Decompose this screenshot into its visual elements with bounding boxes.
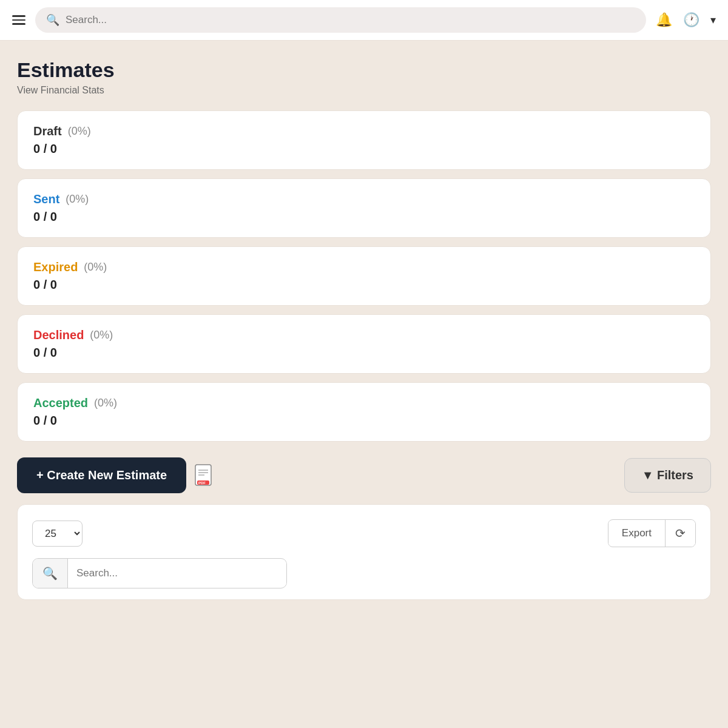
- status-card-sent[interactable]: Sent (0%) 0 / 0: [17, 178, 711, 238]
- table-controls-row: 25 50 100 Export ⟳: [32, 519, 696, 547]
- pdf-icon: PDF: [195, 464, 215, 487]
- global-search-input[interactable]: [66, 14, 635, 26]
- status-card-draft[interactable]: Draft (0%) 0 / 0: [17, 110, 711, 170]
- export-button[interactable]: Export: [608, 521, 665, 546]
- create-new-estimate-button[interactable]: + Create New Estimate: [17, 457, 186, 493]
- status-card-expired[interactable]: Expired (0%) 0 / 0: [17, 246, 711, 306]
- search-icon: 🔍: [46, 13, 59, 27]
- chevron-down-icon[interactable]: ▾: [710, 13, 716, 27]
- status-pct-accepted: (0%): [94, 397, 117, 410]
- filters-button[interactable]: ▼ Filters: [624, 458, 711, 493]
- global-search-bar: 🔍: [35, 7, 646, 33]
- status-label-accepted: Accepted: [33, 396, 88, 410]
- per-page-select-wrapper: 25 50 100: [32, 521, 83, 547]
- bell-icon[interactable]: 🔔: [656, 12, 672, 28]
- page-title: Estimates: [17, 59, 711, 81]
- table-card: 25 50 100 Export ⟳ 🔍: [17, 504, 711, 600]
- status-values-sent: 0 / 0: [33, 210, 695, 224]
- table-search-row: 🔍: [32, 558, 287, 588]
- svg-text:PDF: PDF: [198, 481, 206, 485]
- main-content: Estimates View Financial Stats Draft (0%…: [0, 41, 728, 617]
- hamburger-menu[interactable]: [12, 15, 25, 25]
- status-pct-sent: (0%): [66, 193, 89, 206]
- status-label-draft: Draft: [33, 124, 62, 138]
- status-values-declined: 0 / 0: [33, 346, 695, 360]
- top-nav: 🔍 🔔 🕐 ▾: [0, 0, 728, 41]
- status-pct-declined: (0%): [90, 329, 113, 342]
- status-card-declined[interactable]: Declined (0%) 0 / 0: [17, 314, 711, 374]
- clock-icon[interactable]: 🕐: [683, 12, 699, 28]
- refresh-button[interactable]: ⟳: [665, 520, 695, 547]
- table-search-icon: 🔍: [33, 559, 68, 588]
- status-pct-draft: (0%): [68, 125, 91, 138]
- status-pct-expired: (0%): [84, 261, 107, 274]
- status-label-expired: Expired: [33, 260, 78, 274]
- pdf-export-button[interactable]: PDF: [195, 464, 215, 487]
- nav-icons: 🔔 🕐 ▾: [656, 12, 716, 28]
- per-page-select[interactable]: 25 50 100: [32, 521, 83, 547]
- status-card-accepted[interactable]: Accepted (0%) 0 / 0: [17, 382, 711, 442]
- page-subtitle[interactable]: View Financial Stats: [17, 85, 711, 96]
- status-values-expired: 0 / 0: [33, 278, 695, 292]
- table-search-input[interactable]: [68, 560, 286, 587]
- status-cards-list: Draft (0%) 0 / 0 Sent (0%) 0 / 0 Expired…: [17, 110, 711, 442]
- status-values-accepted: 0 / 0: [33, 414, 695, 428]
- status-label-sent: Sent: [33, 192, 59, 206]
- action-row: + Create New Estimate PDF ▼ Filters: [17, 457, 711, 493]
- export-refresh-group: Export ⟳: [608, 519, 696, 547]
- status-label-declined: Declined: [33, 328, 84, 342]
- status-values-draft: 0 / 0: [33, 142, 695, 156]
